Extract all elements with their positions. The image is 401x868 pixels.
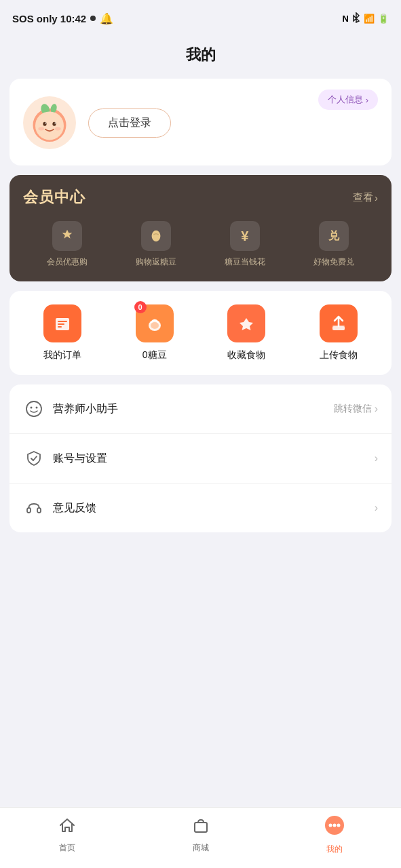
personal-info-label: 个人信息 <box>328 94 363 106</box>
member-feature-discount[interactable]: 会员优惠购 <box>47 221 88 268</box>
redeem-icon: 兑 <box>319 221 349 251</box>
member-view-label: 查看 <box>353 191 373 204</box>
upload-icon-box <box>320 304 358 342</box>
nav-item-shop[interactable]: 商城 <box>174 816 228 854</box>
feature-label-money: 糖豆当钱花 <box>225 256 265 268</box>
chevron-right-icon: › <box>375 403 378 415</box>
member-feature-money[interactable]: ¥ 糖豆当钱花 <box>225 221 265 268</box>
menu-item-account[interactable]: 账号与设置 › <box>9 434 392 484</box>
status-text: SOS only 10:42 <box>12 13 86 24</box>
svg-rect-23 <box>37 508 41 513</box>
svg-rect-12 <box>58 321 67 322</box>
svg-point-5 <box>52 122 56 126</box>
home-icon <box>58 816 77 840</box>
bluetooth-icon <box>352 12 360 25</box>
svg-point-6 <box>45 123 46 124</box>
nfc-icon: N <box>343 14 349 24</box>
nutrition-icon <box>23 398 45 420</box>
svg-rect-13 <box>58 323 64 325</box>
svg-point-7 <box>54 123 56 124</box>
feature-label-discount: 会员优惠购 <box>47 256 88 268</box>
wechat-redirect-label: 跳转微信 <box>334 403 372 415</box>
svg-rect-22 <box>27 508 31 513</box>
nav-label-shop: 商城 <box>193 842 209 854</box>
nav-item-home[interactable]: 首页 <box>40 816 94 854</box>
profile-section: 个人信息 › <box>9 79 392 165</box>
member-feature-beans[interactable]: 购物返糖豆 <box>136 221 176 268</box>
orders-icon-box <box>43 304 81 342</box>
avatar <box>23 96 76 149</box>
action-orders[interactable]: 我的订单 <box>43 304 81 361</box>
action-label-beans: 0糖豆 <box>142 349 167 361</box>
action-label-favorites: 收藏食物 <box>227 349 265 361</box>
menu-item-text-feedback: 意见反馈 <box>53 501 375 515</box>
beans-icon <box>141 221 171 251</box>
beans-badge: 0 <box>134 301 147 313</box>
beans-action-icon-box: 0 <box>136 304 174 342</box>
page-header: 我的 <box>0 37 401 79</box>
nav-label-profile: 我的 <box>326 844 343 855</box>
svg-rect-18 <box>332 326 345 330</box>
chevron-right-icon: › <box>375 502 378 514</box>
account-icon <box>23 448 45 469</box>
feedback-icon <box>23 497 45 519</box>
status-left: SOS only 10:42 🔔 <box>12 12 113 25</box>
nav-item-profile[interactable]: 我的 <box>307 814 362 855</box>
favorites-icon-box <box>227 304 265 342</box>
discount-icon <box>52 221 82 251</box>
svg-rect-24 <box>195 823 207 832</box>
profile-icon <box>324 814 345 841</box>
svg-point-27 <box>332 823 336 827</box>
member-center-title: 会员中心 <box>23 187 85 208</box>
chevron-right-icon: › <box>375 192 378 203</box>
dot-icon <box>90 16 96 21</box>
feature-label-redeem: 好物免费兑 <box>313 256 354 268</box>
menu-item-right-account: › <box>375 452 378 465</box>
action-label-orders: 我的订单 <box>43 349 81 361</box>
svg-point-21 <box>36 407 38 409</box>
svg-rect-14 <box>58 326 62 328</box>
svg-point-26 <box>328 823 332 827</box>
money-icon: ¥ <box>230 221 260 251</box>
svg-point-9 <box>55 127 61 130</box>
svg-point-19 <box>26 401 41 416</box>
menu-item-right-feedback: › <box>375 502 378 514</box>
nav-label-home: 首页 <box>59 842 75 854</box>
chevron-right-icon: › <box>375 452 378 465</box>
action-upload[interactable]: 上传食物 <box>320 304 358 361</box>
svg-point-10 <box>152 231 161 242</box>
menu-item-right-nutrition: 跳转微信 › <box>334 403 378 415</box>
feature-label-beans: 购物返糖豆 <box>136 256 176 268</box>
svg-point-8 <box>38 127 44 130</box>
menu-item-nutrition[interactable]: 营养师小助手 跳转微信 › <box>9 384 392 434</box>
status-bar: SOS only 10:42 🔔 N 📶 🔋 <box>0 0 401 37</box>
svg-point-3 <box>35 111 64 140</box>
personal-info-button[interactable]: 个人信息 › <box>318 90 378 110</box>
member-card-header: 会员中心 查看 › <box>23 187 378 208</box>
menu-item-text-account: 账号与设置 <box>53 452 375 466</box>
quick-actions: 我的订单 0 0糖豆 收藏食物 <box>9 291 392 375</box>
signal-icon: 📶 <box>364 14 375 24</box>
svg-point-28 <box>337 823 340 827</box>
bell-icon: 🔔 <box>100 12 113 25</box>
shop-icon <box>191 816 210 840</box>
member-features: 会员优惠购 购物返糖豆 ¥ 糖豆当钱花 兑 好物免费兑 <box>23 221 378 268</box>
member-card: 会员中心 查看 › 会员优惠购 购物返糖豆 <box>9 175 392 281</box>
action-label-upload: 上传食物 <box>320 349 358 361</box>
chevron-right-icon: › <box>366 95 368 105</box>
menu-item-feedback[interactable]: 意见反馈 › <box>9 484 392 532</box>
login-button[interactable]: 点击登录 <box>88 108 171 138</box>
action-favorites[interactable]: 收藏食物 <box>227 304 265 361</box>
action-beans[interactable]: 0 0糖豆 <box>136 304 174 361</box>
member-feature-redeem[interactable]: 兑 好物免费兑 <box>313 221 354 268</box>
svg-point-16 <box>151 322 159 329</box>
page-title: 我的 <box>0 45 401 65</box>
menu-section: 营养师小助手 跳转微信 › 账号与设置 › 意见反馈 <box>9 384 392 532</box>
svg-point-4 <box>43 122 46 126</box>
bottom-nav: 首页 商城 我的 <box>0 807 401 868</box>
svg-point-20 <box>31 407 33 409</box>
member-view-button[interactable]: 查看 › <box>353 191 378 204</box>
status-right: N 📶 🔋 <box>343 12 389 25</box>
battery-icon: 🔋 <box>378 14 389 24</box>
menu-item-text-nutrition: 营养师小助手 <box>53 402 334 416</box>
